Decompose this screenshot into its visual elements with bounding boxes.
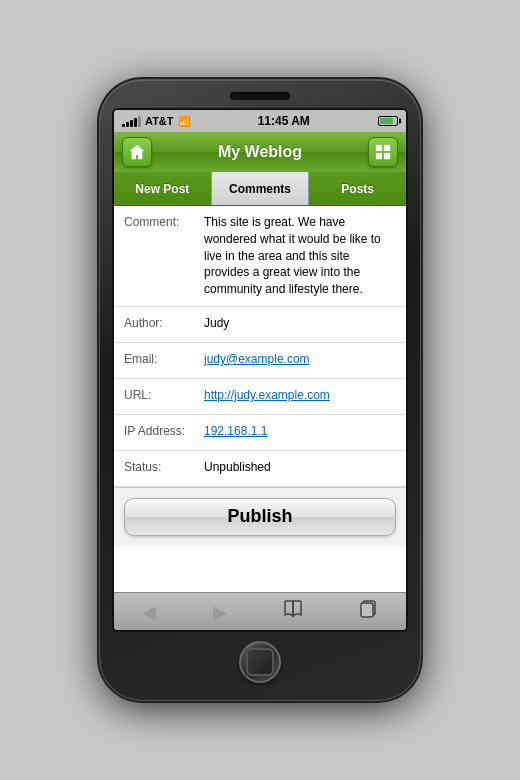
home-nav-button[interactable] [122, 137, 152, 167]
phone-device: AT&T 📶 11:45 AM My Weblog [100, 80, 420, 700]
tabs-icon [360, 600, 378, 618]
signal-bars [122, 116, 141, 127]
comment-label: Comment: [124, 214, 204, 229]
screen-content: AT&T 📶 11:45 AM My Weblog [114, 110, 406, 630]
email-label: Email: [124, 351, 204, 366]
svg-rect-1 [384, 145, 390, 151]
tab-bar: New Post Comments Posts [114, 172, 406, 206]
url-label: URL: [124, 387, 204, 402]
status-left: AT&T 📶 [122, 115, 190, 127]
content-area: Comment: This site is great. We have won… [114, 206, 406, 592]
nav-title: My Weblog [218, 143, 302, 161]
tab-new-post[interactable]: New Post [114, 172, 211, 205]
carrier-label: AT&T [145, 115, 174, 127]
phone-screen: AT&T 📶 11:45 AM My Weblog [112, 108, 408, 632]
svg-rect-0 [376, 145, 382, 151]
author-label: Author: [124, 315, 204, 330]
grid-nav-button[interactable] [368, 137, 398, 167]
ip-row: IP Address: 192.168.1.1 [114, 415, 406, 451]
grid-icon [374, 143, 392, 161]
home-button-inner [246, 648, 274, 676]
tab-comments[interactable]: Comments [211, 172, 310, 205]
status-time: 11:45 AM [258, 114, 310, 128]
tab-posts[interactable]: Posts [309, 172, 406, 205]
nav-bar: My Weblog [114, 132, 406, 172]
publish-button[interactable]: Publish [124, 498, 396, 536]
status-bar: AT&T 📶 11:45 AM [114, 110, 406, 132]
forward-button[interactable]: ▶ [205, 597, 235, 627]
ip-label: IP Address: [124, 423, 204, 438]
comment-value: This site is great. We have wondered wha… [204, 214, 396, 298]
svg-rect-5 [361, 603, 373, 617]
email-row: Email: judy@example.com [114, 343, 406, 379]
bookmarks-button[interactable] [275, 596, 311, 627]
url-row: URL: http://judy.example.com [114, 379, 406, 415]
url-value[interactable]: http://judy.example.com [204, 387, 396, 404]
status-value: Unpublished [204, 459, 396, 476]
comment-row: Comment: This site is great. We have won… [114, 206, 406, 307]
wifi-icon: 📶 [178, 116, 190, 127]
email-value[interactable]: judy@example.com [204, 351, 396, 368]
battery-fill [380, 118, 393, 124]
svg-rect-3 [384, 153, 390, 159]
phone-speaker [230, 92, 290, 100]
svg-rect-2 [376, 153, 382, 159]
home-button[interactable] [239, 641, 281, 683]
status-right [378, 116, 398, 126]
tabs-button[interactable] [352, 596, 386, 627]
home-icon [128, 143, 146, 161]
ip-value[interactable]: 192.168.1.1 [204, 423, 396, 440]
battery-icon [378, 116, 398, 126]
author-value: Judy [204, 315, 396, 332]
back-button[interactable]: ◀ [134, 597, 164, 627]
home-area [239, 636, 281, 688]
status-label: Status: [124, 459, 204, 474]
browser-bar: ◀ ▶ [114, 592, 406, 630]
author-row: Author: Judy [114, 307, 406, 343]
status-row: Status: Unpublished [114, 451, 406, 487]
book-icon [283, 600, 303, 618]
publish-section: Publish [114, 487, 406, 546]
